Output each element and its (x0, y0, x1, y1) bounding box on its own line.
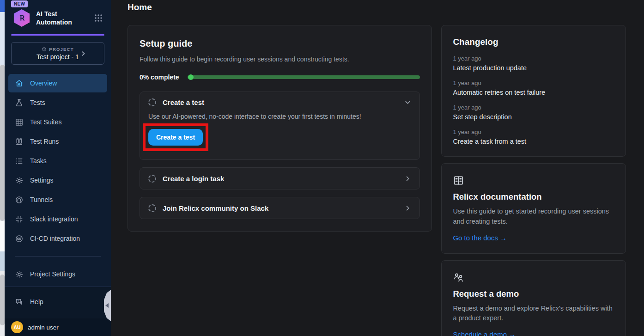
progress-bar (188, 75, 420, 79)
sidebar-item-test-runs[interactable]: Test Runs (8, 132, 107, 151)
avatar: AU (11, 321, 23, 333)
create-a-test-button[interactable]: Create a test (148, 129, 203, 146)
help-chat-icon: ? (15, 298, 24, 306)
sidebar-item-help[interactable]: ? Help (8, 293, 107, 311)
documentation-card: Relicx documentation Use this guide to g… (441, 163, 626, 254)
setup-step-join-slack[interactable]: Join Relicx community on Slack (140, 197, 420, 219)
project-selector[interactable]: PROJECT Test project - 1 (11, 42, 104, 65)
main-content: Home Setup guide Follow this guide to be… (111, 0, 644, 336)
table-icon (15, 118, 24, 127)
columns-icon (15, 137, 24, 146)
changelog-time: 1 year ago (453, 55, 614, 62)
request-demo-card: Request a demo Request a demo and explor… (441, 260, 626, 336)
changelog-entry-title: Create a task from a test (453, 138, 614, 145)
documentation-title: Relicx documentation (453, 192, 614, 202)
sidebar-item-overview[interactable]: Overview (8, 74, 107, 92)
sidebar-item-label: CI-CD integration (30, 235, 80, 242)
svg-text:?: ? (18, 299, 19, 302)
background-segment (0, 12, 5, 65)
gear-icon (15, 176, 24, 185)
app-logo-icon (13, 9, 30, 27)
chevron-right-icon (404, 175, 411, 182)
sidebar-item-label: Help (30, 298, 43, 305)
sidebar-item-label: Tasks (30, 157, 47, 165)
project-name: Test project - 1 (36, 53, 79, 61)
go-to-docs-link[interactable]: Go to the docs → (453, 234, 507, 242)
background-segment (0, 221, 5, 251)
sidebar-divider (15, 256, 101, 257)
documentation-description: Use this guide to get started recording … (453, 207, 614, 227)
step-title: Join Relicx community on Slack (163, 204, 268, 212)
changelog-time: 1 year ago (453, 128, 614, 135)
sidebar-item-settings[interactable]: Settings (8, 171, 107, 189)
changelog-entry: 1 year ago Create a task from a test (453, 128, 614, 145)
annotation-highlight-box: Create a test (143, 123, 208, 151)
background-scrollbar-thumb (0, 65, 5, 221)
chevron-down-icon[interactable] (404, 99, 411, 106)
gear-icon (15, 270, 24, 279)
sidebar-item-label: Slack integration (30, 215, 78, 223)
progress-label: 0% complete (140, 73, 179, 81)
sidebar-item-tests[interactable]: Tests (8, 93, 107, 112)
changelog-entry: 1 year ago Automatic retries on test fai… (453, 79, 614, 96)
user-menu[interactable]: AU admin user (5, 318, 111, 336)
cube-icon (42, 47, 47, 52)
news-icon (453, 175, 614, 186)
list-icon (15, 157, 24, 165)
background-scrollbar-thumb (0, 275, 5, 325)
slack-icon (15, 215, 24, 224)
changelog-entry: 1 year ago Set step description (453, 104, 614, 121)
background-blue-square (0, 0, 5, 12)
background-segment (0, 251, 5, 271)
sidebar-item-project-settings[interactable]: Project Settings (8, 265, 107, 283)
changelog-entry-title: Set step description (453, 113, 614, 121)
setup-step-create-a-test: Create a test Use our AI-powered, no-cod… (140, 92, 420, 160)
sidebar-item-test-suites[interactable]: Test Suites (8, 113, 107, 131)
sidebar-item-slack-integration[interactable]: Slack integration (8, 210, 107, 228)
progress-knob (188, 74, 194, 80)
sidebar-item-cicd-integration[interactable]: CI-CD integration (8, 229, 107, 248)
changelog-entry-title: Latest production update (453, 64, 614, 72)
demo-title: Request a demo (453, 289, 614, 299)
step-description: Use our AI-powered, no-code interface to… (148, 113, 411, 120)
setup-guide-title: Setup guide (140, 38, 420, 49)
sidebar-item-tunnels[interactable]: Tunnels (8, 190, 107, 209)
changelog-time: 1 year ago (453, 79, 614, 86)
setup-progress: 0% complete (140, 73, 420, 81)
incomplete-step-icon (148, 175, 156, 183)
sidebar-item-tasks[interactable]: Tasks (8, 152, 107, 170)
cicd-icon (15, 234, 24, 243)
people-icon (453, 272, 614, 283)
sidebar-item-label: Settings (30, 177, 54, 184)
sidebar-item-label: Test Runs (30, 138, 59, 145)
sidebar-item-label: Overview (30, 79, 57, 87)
tunnel-icon (15, 195, 24, 204)
sidebar-item-label: Test Suites (30, 118, 61, 126)
sidebar-nav: Overview Tests Test Suites (5, 71, 111, 283)
flask-icon (15, 98, 24, 107)
incomplete-step-icon (148, 204, 156, 212)
new-badge: NEW (11, 0, 28, 7)
setup-step-create-login-task[interactable]: Create a login task (140, 167, 420, 189)
sidebar-item-label: Project Settings (30, 270, 75, 278)
changelog-title: Changelog (453, 37, 614, 47)
sidebar: NEW AI Test Automation (5, 0, 111, 336)
changelog-entry-title: Automatic retries on test failure (453, 89, 614, 96)
incomplete-step-icon (148, 98, 156, 106)
app-title: AI Test Automation (36, 10, 72, 26)
step-title: Create a login task (163, 175, 224, 183)
sidebar-item-label: Tunnels (30, 196, 53, 203)
setup-guide-description: Follow this guide to begin recording use… (140, 55, 420, 63)
changelog-entry: 1 year ago Latest production update (453, 55, 614, 72)
setup-guide-card: Setup guide Follow this guide to begin r… (128, 25, 432, 232)
page-title: Home (128, 0, 626, 12)
right-column: Changelog 1 year ago Latest production u… (441, 25, 626, 336)
schedule-demo-link[interactable]: Schedule a demo → (453, 330, 516, 336)
demo-description: Request a demo and explore Relicx's capa… (453, 304, 614, 324)
user-name: admin user (28, 324, 59, 331)
changelog-card: Changelog 1 year ago Latest production u… (441, 25, 626, 157)
chevron-right-icon (404, 205, 411, 212)
setup-step-header[interactable]: Create a test (148, 98, 411, 106)
chevron-right-icon (80, 50, 86, 57)
app-switcher-grid-icon[interactable] (94, 14, 103, 22)
